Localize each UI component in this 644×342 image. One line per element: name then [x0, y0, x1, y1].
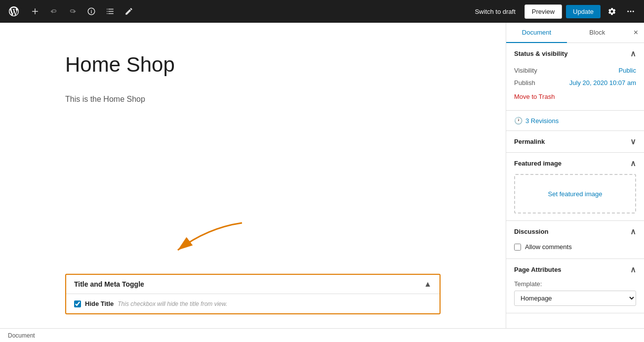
meta-box: Title and Meta Toggle ▲ Hide Title This …: [65, 274, 441, 314]
switch-to-draft-button[interactable]: Switch to draft: [470, 5, 520, 18]
page-attributes-title: Page Attributes: [514, 266, 562, 273]
svg-point-1: [630, 11, 632, 12]
svg-point-2: [633, 11, 634, 12]
allow-comments-label: Allow comments: [525, 243, 572, 251]
set-featured-image-label: Set featured image: [548, 190, 603, 198]
discussion-chevron: ∧: [630, 227, 636, 236]
revisions-label: 3 Revisions: [525, 117, 559, 125]
svg-point-0: [627, 11, 629, 12]
featured-image-header[interactable]: Featured image ∧: [506, 153, 644, 174]
hide-title-checkbox[interactable]: [74, 300, 81, 307]
page-attributes-header[interactable]: Page Attributes ∧: [506, 259, 644, 280]
redo-button[interactable]: [65, 4, 80, 19]
section-page-attributes: Page Attributes ∧ Template: Homepage Def…: [506, 259, 644, 313]
status-visibility-title: Status & visibility: [514, 50, 567, 57]
allow-comments-row: Allow comments: [514, 242, 636, 252]
discussion-title: Discussion: [514, 228, 548, 235]
tab-block[interactable]: Block: [567, 23, 628, 43]
featured-image-title: Featured image: [514, 160, 562, 167]
visibility-row: Visibility Public: [514, 64, 636, 77]
meta-box-toggle-button[interactable]: ▲: [424, 280, 432, 289]
meta-box-header[interactable]: Title and Meta Toggle ▲: [66, 275, 440, 294]
revisions-row[interactable]: 🕐 3 Revisions: [514, 116, 559, 126]
move-to-trash-link[interactable]: Move to Trash: [514, 91, 555, 101]
publish-row: Publish July 20, 2020 10:07 am: [514, 77, 636, 89]
sidebar: Document Block × Status & visibility ∧ V…: [506, 23, 644, 328]
set-featured-image-button[interactable]: Set featured image: [514, 174, 636, 214]
hide-title-desc: This checkbox will hide the title from v…: [118, 300, 227, 307]
more-options-button[interactable]: [623, 4, 638, 19]
add-new-button[interactable]: [28, 4, 42, 19]
info-button[interactable]: [84, 4, 99, 19]
settings-button[interactable]: [604, 4, 619, 19]
post-title[interactable]: Home Shop: [65, 52, 441, 77]
page-attributes-chevron: ∧: [630, 265, 636, 274]
discussion-header[interactable]: Discussion ∧: [506, 221, 644, 242]
page-attributes-body: Template: Homepage Default template Full…: [506, 280, 644, 313]
section-status-visibility: Status & visibility ∧ Visibility Public …: [506, 43, 644, 111]
edit-mode-button[interactable]: [121, 4, 136, 19]
allow-comments-checkbox[interactable]: [514, 244, 521, 251]
meta-box-body: Hide Title This checkbox will hide the t…: [66, 294, 440, 313]
status-visibility-header[interactable]: Status & visibility ∧: [506, 43, 644, 64]
visibility-label: Visibility: [514, 67, 537, 74]
status-bar: Document: [0, 328, 644, 342]
editor-area[interactable]: Home Shop This is the Home Shop Title an…: [0, 23, 506, 328]
preview-button[interactable]: Preview: [524, 4, 562, 19]
discussion-body: Allow comments: [506, 242, 644, 258]
tab-document[interactable]: Document: [506, 23, 567, 43]
editor-content: Home Shop This is the Home Shop: [45, 23, 460, 126]
visibility-value[interactable]: Public: [619, 67, 636, 74]
template-select[interactable]: Homepage Default template Full Width: [514, 291, 636, 306]
update-button[interactable]: Update: [566, 5, 601, 18]
toolbar: Switch to draft Preview Update: [0, 0, 644, 23]
sidebar-tabs: Document Block ×: [506, 23, 644, 43]
list-view-button[interactable]: [103, 4, 118, 19]
status-visibility-body: Visibility Public Publish July 20, 2020 …: [506, 64, 644, 110]
status-bar-label: Document: [8, 332, 35, 339]
featured-image-body: Set featured image: [506, 174, 644, 220]
permalink-title: Permalink: [514, 138, 545, 145]
arrow-annotation: [148, 218, 247, 259]
hide-title-row: Hide Title This checkbox will hide the t…: [74, 300, 432, 307]
section-discussion: Discussion ∧ Allow comments: [506, 221, 644, 259]
revisions-header[interactable]: 🕐 3 Revisions: [506, 111, 644, 130]
sidebar-close-button[interactable]: ×: [628, 23, 644, 43]
revisions-clock-icon: 🕐: [514, 117, 523, 125]
section-permalink: Permalink ∨: [506, 131, 644, 153]
permalink-chevron: ∨: [630, 137, 636, 146]
section-featured-image: Featured image ∧ Set featured image: [506, 153, 644, 221]
wp-logo: [6, 3, 22, 19]
post-body[interactable]: This is the Home Shop: [65, 93, 441, 106]
wp-logo-icon: [9, 6, 19, 16]
permalink-header[interactable]: Permalink ∨: [506, 131, 644, 152]
template-label: Template:: [514, 280, 636, 288]
main-layout: Home Shop This is the Home Shop Title an…: [0, 23, 644, 328]
hide-title-label: Hide Title: [85, 300, 114, 307]
publish-label: Publish: [514, 79, 535, 86]
undo-button[interactable]: [46, 4, 61, 19]
meta-box-title: Title and Meta Toggle: [74, 280, 144, 288]
publish-value[interactable]: July 20, 2020 10:07 am: [569, 79, 636, 86]
status-visibility-chevron: ∧: [630, 49, 636, 58]
featured-image-chevron: ∧: [630, 159, 636, 168]
section-revisions: 🕐 3 Revisions: [506, 111, 644, 131]
